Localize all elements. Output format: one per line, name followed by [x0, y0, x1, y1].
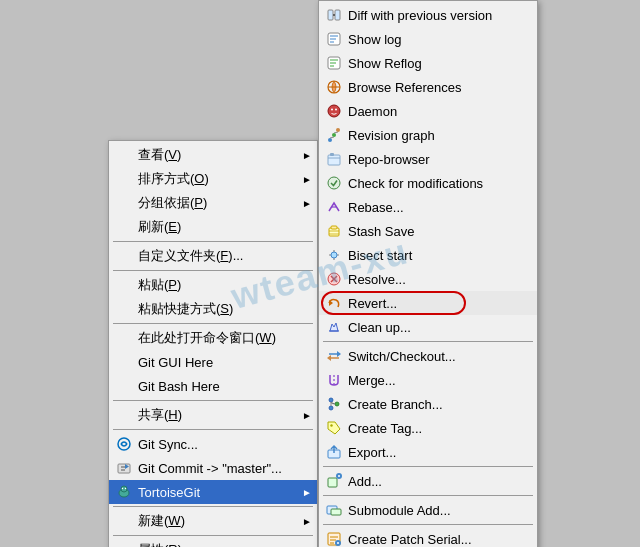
repo-browser-icon	[325, 150, 343, 168]
bisect-start-label: Bisect start	[348, 248, 517, 263]
menu-item-add[interactable]: Add...	[319, 469, 537, 493]
share-label: 共享(H)	[138, 406, 297, 424]
menu-item-rebase[interactable]: Rebase...	[319, 195, 537, 219]
svg-rect-36	[331, 509, 341, 515]
new-arrow: ►	[302, 516, 312, 527]
menu-item-git-gui[interactable]: Git GUI Here	[109, 350, 317, 374]
menu-item-stash-save[interactable]: Stash Save	[319, 219, 537, 243]
revision-graph-label: Revision graph	[348, 128, 517, 143]
right-context-menu: Diff with previous version Show log Show…	[318, 0, 538, 547]
menu-item-repo-browser[interactable]: Repo-browser	[319, 147, 537, 171]
cmd-icon	[115, 329, 133, 347]
menu-item-open-cmd[interactable]: 在此处打开命令窗口(W)	[109, 326, 317, 350]
create-patch-icon	[325, 530, 343, 547]
rebase-label: Rebase...	[348, 200, 517, 215]
submodule-add-icon	[325, 501, 343, 519]
daemon-icon	[325, 102, 343, 120]
submodule-add-label: Submodule Add...	[348, 503, 517, 518]
menu-item-browse-refs[interactable]: Browse References	[319, 75, 537, 99]
svg-rect-22	[331, 226, 337, 229]
new-icon	[115, 512, 133, 530]
menu-item-clean-up[interactable]: Clean up...	[319, 315, 537, 339]
menu-item-merge[interactable]: Merge...	[319, 368, 537, 392]
git-sync-label: Git Sync...	[138, 437, 297, 452]
svg-point-20	[328, 177, 340, 189]
git-commit-label: Git Commit -> "master"...	[138, 461, 297, 476]
menu-item-create-tag[interactable]: Create Tag...	[319, 416, 537, 440]
menu-item-view[interactable]: 查看(V) ►	[109, 143, 317, 167]
svg-point-23	[331, 252, 337, 258]
show-reflog-icon	[325, 54, 343, 72]
folder-icon	[115, 247, 133, 265]
menu-item-refresh[interactable]: 刷新(E)	[109, 215, 317, 239]
view-arrow: ►	[302, 150, 312, 161]
git-gui-label: Git GUI Here	[138, 355, 297, 370]
svg-point-5	[122, 488, 123, 489]
daemon-label: Daemon	[348, 104, 517, 119]
switch-icon	[325, 347, 343, 365]
export-label: Export...	[348, 445, 517, 460]
menu-item-revert[interactable]: Revert...	[319, 291, 537, 315]
separator-r1	[323, 341, 533, 342]
menu-item-daemon[interactable]: Daemon	[319, 99, 537, 123]
menu-item-switch[interactable]: Switch/Checkout...	[319, 344, 537, 368]
svg-point-12	[328, 105, 340, 117]
svg-point-28	[329, 398, 333, 402]
git-gui-icon	[115, 353, 133, 371]
menu-item-group[interactable]: 分组依据(P) ►	[109, 191, 317, 215]
menu-item-show-reflog[interactable]: Show Reflog	[319, 51, 537, 75]
svg-point-13	[331, 109, 333, 111]
check-mods-label: Check for modifications	[348, 176, 517, 191]
menu-item-bisect-start[interactable]: Bisect start	[319, 243, 537, 267]
create-tag-label: Create Tag...	[348, 421, 517, 436]
export-icon	[325, 443, 343, 461]
check-mods-icon	[325, 174, 343, 192]
menu-item-custom-folder[interactable]: 自定义文件夹(F)...	[109, 244, 317, 268]
svg-rect-7	[328, 10, 333, 20]
menu-item-show-log[interactable]: Show log	[319, 27, 537, 51]
menu-item-properties[interactable]: 属性(R)	[109, 538, 317, 547]
stash-save-icon	[325, 222, 343, 240]
menu-item-export[interactable]: Export...	[319, 440, 537, 464]
group-label: 分组依据(P)	[138, 194, 297, 212]
create-branch-label: Create Branch...	[348, 397, 517, 412]
show-reflog-label: Show Reflog	[348, 56, 517, 71]
svg-point-31	[330, 424, 332, 426]
svg-rect-1	[118, 464, 130, 473]
view-icon	[115, 146, 133, 164]
menu-item-sort[interactable]: 排序方式(O) ►	[109, 167, 317, 191]
paste-shortcut-label: 粘贴快捷方式(S)	[138, 300, 297, 318]
menu-item-check-mods[interactable]: Check for modifications	[319, 171, 537, 195]
svg-point-0	[118, 438, 130, 450]
repo-browser-label: Repo-browser	[348, 152, 517, 167]
menu-item-create-patch[interactable]: Create Patch Serial...	[319, 527, 537, 547]
tortoise-git-icon	[115, 483, 133, 501]
menu-item-git-sync[interactable]: Git Sync...	[109, 432, 317, 456]
menu-item-new[interactable]: 新建(W) ►	[109, 509, 317, 533]
sort-icon	[115, 170, 133, 188]
svg-rect-8	[335, 10, 340, 20]
menu-item-share[interactable]: 共享(H) ►	[109, 403, 317, 427]
share-icon	[115, 406, 133, 424]
menu-item-submodule-add[interactable]: Submodule Add...	[319, 498, 537, 522]
menu-item-revision-graph[interactable]: Revision graph	[319, 123, 537, 147]
menu-item-resolve[interactable]: Resolve...	[319, 267, 537, 291]
group-icon	[115, 194, 133, 212]
menu-item-git-bash[interactable]: Git Bash Here	[109, 374, 317, 398]
menu-item-tortoise-git[interactable]: TortoiseGit ►	[109, 480, 317, 504]
switch-label: Switch/Checkout...	[348, 349, 517, 364]
paste-icon	[115, 276, 133, 294]
menu-item-diff-prev[interactable]: Diff with previous version	[319, 3, 537, 27]
menu-item-paste-shortcut[interactable]: 粘贴快捷方式(S)	[109, 297, 317, 321]
paste-label: 粘贴(P)	[138, 276, 297, 294]
separator-r3	[323, 495, 533, 496]
open-cmd-label: 在此处打开命令窗口(W)	[138, 329, 297, 347]
menu-item-paste[interactable]: 粘贴(P)	[109, 273, 317, 297]
separator-6	[113, 506, 313, 507]
menu-item-create-branch[interactable]: Create Branch...	[319, 392, 537, 416]
create-patch-label: Create Patch Serial...	[348, 532, 517, 547]
menu-item-git-commit[interactable]: Git Commit -> "master"...	[109, 456, 317, 480]
revert-label: Revert...	[348, 296, 517, 311]
custom-folder-label: 自定义文件夹(F)...	[138, 247, 297, 265]
tortoise-git-arrow: ►	[302, 487, 312, 498]
